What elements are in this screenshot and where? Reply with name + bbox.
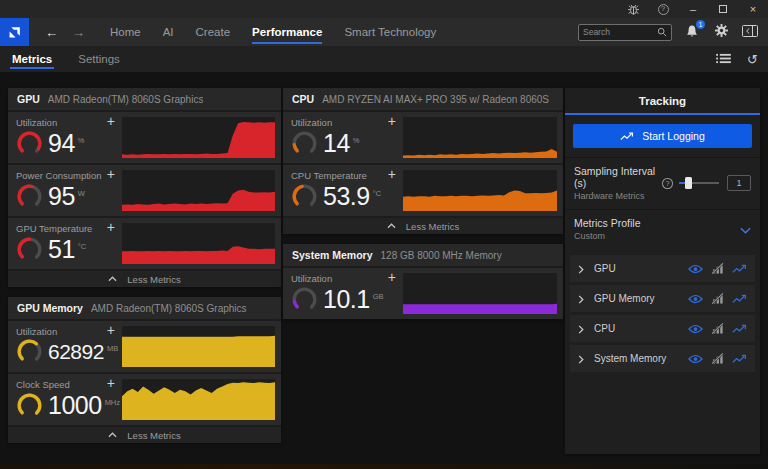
metric-label: Power Consumption xyxy=(16,170,114,181)
metrics-profile-value: Custom xyxy=(574,231,641,241)
nav-item-create[interactable]: Create xyxy=(185,18,242,46)
sampling-interval-value[interactable]: 1 xyxy=(727,175,751,191)
add-metric-button[interactable]: + xyxy=(107,375,115,392)
add-metric-button[interactable]: + xyxy=(107,219,115,236)
add-metric-button[interactable]: + xyxy=(107,322,115,339)
visibility-eye-icon[interactable] xyxy=(688,264,703,274)
sparkline-chart xyxy=(122,223,275,264)
sparkline-chart xyxy=(403,170,557,211)
system-memory-utilization-tile: Utilization + 10.1 GB xyxy=(283,268,563,319)
section-subtitle: AMD RYZEN AI MAX+ PRO 395 w/ Radeon 8060… xyxy=(322,94,549,105)
gauge xyxy=(16,236,43,263)
metrics-content: GPU AMD Radeon(TM) 8060S Graphics Utiliz… xyxy=(0,72,768,464)
metric-unit: W xyxy=(78,189,85,198)
nav-item-smart-technology[interactable]: Smart Technology xyxy=(333,18,447,46)
cpu-temperature-tile: CPU Temperature + 53.9 °C xyxy=(283,165,563,216)
amd-arrow-icon xyxy=(6,24,23,41)
line-graph-icon[interactable] xyxy=(732,354,747,364)
amd-software-window: ? – × ← → Home AI Create Performance Sma… xyxy=(0,0,768,469)
less-metrics-toggle[interactable]: Less Metrics xyxy=(8,271,281,287)
chevron-up-icon xyxy=(108,432,117,438)
settings-button[interactable] xyxy=(714,23,729,42)
metric-unit: MHz xyxy=(105,398,120,407)
metric-unit: GB xyxy=(373,292,384,301)
notifications-button[interactable]: 1 xyxy=(685,24,701,40)
line-graph-icon[interactable] xyxy=(732,294,747,304)
chevron-down-icon[interactable] xyxy=(740,220,751,238)
visibility-eye-icon[interactable] xyxy=(688,324,703,334)
gauge xyxy=(16,130,43,157)
close-button[interactable]: × xyxy=(738,0,768,18)
visibility-eye-icon[interactable] xyxy=(688,354,703,364)
line-graph-icon[interactable] xyxy=(732,324,747,334)
add-metric-button[interactable]: + xyxy=(388,113,396,130)
add-metric-button[interactable]: + xyxy=(388,166,396,183)
gpu-memory-utilization-tile: Utilization + 62892 MB xyxy=(8,321,281,372)
search-box[interactable] xyxy=(578,24,672,41)
add-metric-button[interactable]: + xyxy=(388,269,396,286)
tab-settings[interactable]: Settings xyxy=(76,46,122,72)
sampling-interval-label: Sampling Interval (s) xyxy=(574,165,662,189)
tracking-row-label: CPU xyxy=(594,323,615,334)
minimize-button[interactable]: – xyxy=(678,0,708,18)
histogram-disabled-icon[interactable] xyxy=(711,323,724,334)
bug-report-button[interactable] xyxy=(618,0,648,18)
gauge xyxy=(291,183,318,210)
metric-value: 14 xyxy=(323,129,350,158)
cpu-section: CPU AMD RYZEN AI MAX+ PRO 395 w/ Radeon … xyxy=(283,88,563,234)
tracking-row-system-memory[interactable]: System Memory xyxy=(570,345,755,372)
nav-item-performance[interactable]: Performance xyxy=(241,18,333,46)
tracking-row-gpu-memory[interactable]: GPU Memory xyxy=(570,285,755,312)
line-graph-icon[interactable] xyxy=(732,264,747,274)
maximize-button[interactable] xyxy=(708,0,738,18)
list-view-button[interactable] xyxy=(716,50,731,68)
tracking-panel: Tracking Start Logging Sampling Interval… xyxy=(565,88,760,454)
histogram-disabled-icon[interactable] xyxy=(711,263,724,274)
gpu-power-tile: Power Consumption + 95 W xyxy=(8,165,281,216)
metrics-profile-label: Metrics Profile xyxy=(574,217,641,229)
main-nav: Home AI Create Performance Smart Technol… xyxy=(99,18,447,46)
gear-icon xyxy=(714,23,729,38)
tracking-row-cpu[interactable]: CPU xyxy=(570,315,755,342)
metric-unit: % xyxy=(353,136,360,145)
nav-item-ai[interactable]: AI xyxy=(152,18,185,46)
add-metric-button[interactable]: + xyxy=(107,113,115,130)
histogram-disabled-icon[interactable] xyxy=(711,353,724,364)
tracking-row-gpu[interactable]: GPU xyxy=(570,255,755,282)
gpu-memory-section-header: GPU Memory AMD Radeon(TM) 8060S Graphics xyxy=(8,297,281,319)
navbar: ← → Home AI Create Performance Smart Tec… xyxy=(0,18,768,46)
add-metric-button[interactable]: + xyxy=(107,166,115,183)
start-logging-button[interactable]: Start Logging xyxy=(573,124,752,148)
metric-label: Utilization xyxy=(291,273,395,284)
sampling-interval-slider[interactable] xyxy=(679,177,719,189)
system-memory-section: System Memory 128 GB 8000 MHz Memory Uti… xyxy=(283,244,563,319)
chevron-right-icon[interactable] xyxy=(578,320,584,338)
forward-button[interactable]: → xyxy=(72,25,85,40)
metric-value: 94 xyxy=(48,129,75,158)
chevron-right-icon[interactable] xyxy=(578,350,584,368)
tab-metrics[interactable]: Metrics xyxy=(10,46,54,72)
metric-value: 95 xyxy=(48,182,75,211)
chevron-right-icon[interactable] xyxy=(578,290,584,308)
help-icon[interactable]: ? xyxy=(662,178,672,189)
less-metrics-label: Less Metrics xyxy=(127,274,180,285)
histogram-disabled-icon[interactable] xyxy=(711,293,724,304)
cpu-section-header: CPU AMD RYZEN AI MAX+ PRO 395 w/ Radeon … xyxy=(283,88,563,110)
slider-handle[interactable] xyxy=(685,177,692,189)
back-button[interactable]: ← xyxy=(45,25,58,40)
side-panel-toggle-button[interactable] xyxy=(742,23,758,41)
metrics-profile-section[interactable]: Metrics Profile Custom xyxy=(565,209,760,249)
section-title: GPU Memory xyxy=(17,302,83,314)
less-metrics-toggle[interactable]: Less Metrics xyxy=(8,427,281,443)
metric-unit: % xyxy=(78,136,85,145)
reset-button[interactable]: ↺ xyxy=(747,52,758,67)
section-subtitle: AMD Radeon(TM) 8060S Graphics xyxy=(48,94,204,105)
chevron-right-icon[interactable] xyxy=(578,260,584,278)
search-input[interactable] xyxy=(583,27,657,37)
help-button[interactable]: ? xyxy=(648,0,678,18)
metric-value: 51 xyxy=(48,235,75,264)
nav-item-home[interactable]: Home xyxy=(99,18,152,46)
metric-value: 62892 xyxy=(48,340,104,364)
visibility-eye-icon[interactable] xyxy=(688,294,703,304)
less-metrics-toggle[interactable]: Less Metrics xyxy=(283,218,563,234)
